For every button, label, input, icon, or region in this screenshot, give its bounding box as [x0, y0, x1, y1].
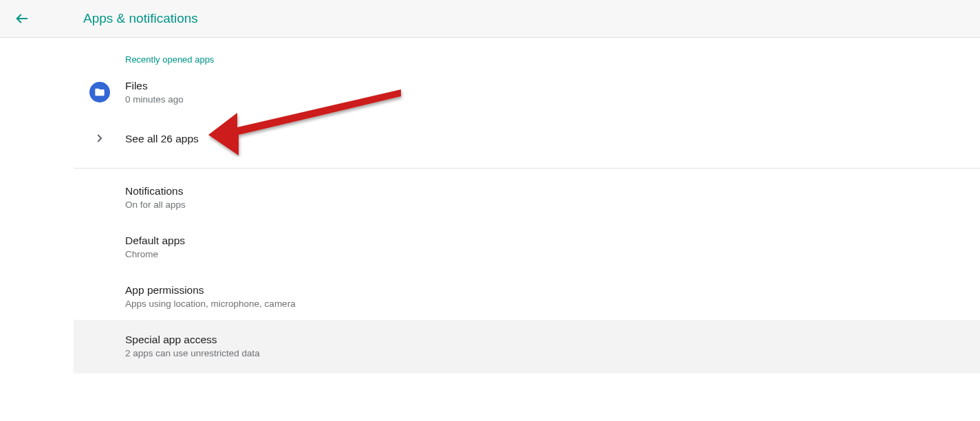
page-title: Apps & notifications — [83, 11, 198, 26]
section-header-recent: Recently opened apps — [74, 38, 980, 69]
notifications-subtitle: On for all apps — [125, 199, 186, 211]
content-area: Recently opened apps Files 0 minutes ago… — [0, 38, 980, 374]
special-app-access-row[interactable]: Special app access 2 apps can use unrest… — [74, 320, 980, 374]
see-all-apps[interactable]: See all 26 apps — [74, 116, 980, 161]
default-apps-row[interactable]: Default apps Chrome — [74, 221, 980, 270]
arrow-back-icon — [14, 11, 30, 26]
see-all-apps-label: See all 26 apps — [125, 131, 199, 146]
recent-app-subtitle: 0 minutes ago — [125, 94, 184, 106]
app-permissions-title: App permissions — [125, 283, 296, 297]
app-permissions-subtitle: Apps using location, microphone, camera — [125, 298, 296, 310]
chevron-right-icon — [94, 132, 106, 144]
recent-app-name: Files — [125, 78, 184, 93]
recent-app-files[interactable]: Files 0 minutes ago — [74, 69, 980, 116]
back-button[interactable] — [14, 10, 30, 27]
notifications-title: Notifications — [125, 184, 186, 198]
files-app-icon — [89, 82, 110, 102]
special-app-access-title: Special app access — [125, 332, 260, 347]
default-apps-subtitle: Chrome — [125, 248, 185, 261]
special-app-access-subtitle: 2 apps can use unrestricted data — [125, 347, 260, 360]
default-apps-title: Default apps — [125, 233, 185, 248]
app-permissions-row[interactable]: App permissions Apps using location, mic… — [74, 270, 980, 320]
header: Apps & notifications — [0, 0, 980, 38]
notifications-row[interactable]: Notifications On for all apps — [74, 169, 980, 221]
